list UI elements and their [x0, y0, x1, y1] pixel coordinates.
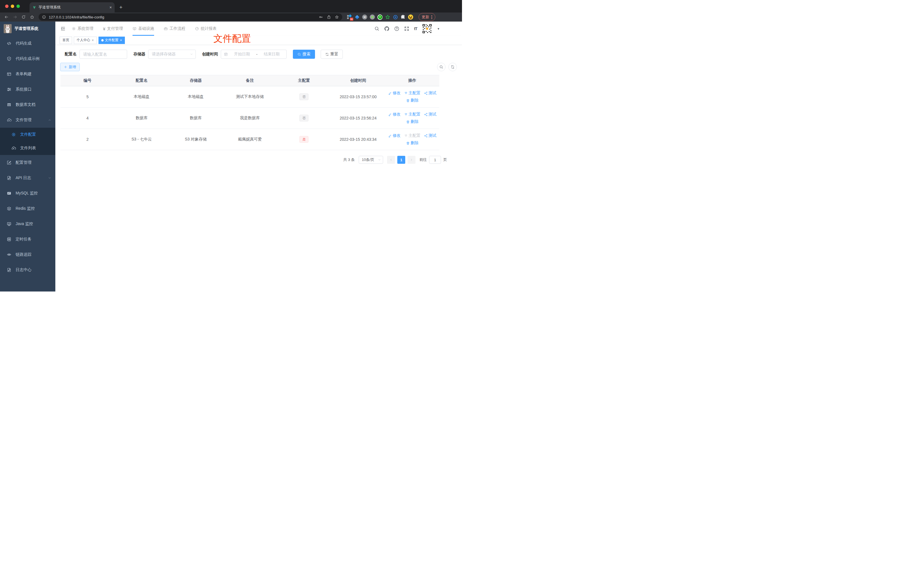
- toggle-search-button[interactable]: [437, 63, 446, 71]
- font-size-icon[interactable]: tT: [414, 26, 417, 31]
- pen-icon: [388, 134, 392, 138]
- maximize-window-button[interactable]: [16, 5, 20, 8]
- config-name-input[interactable]: [83, 52, 124, 56]
- bookmark-star-icon[interactable]: [335, 15, 339, 19]
- test-link[interactable]: 测试: [424, 133, 436, 138]
- trash-icon: [406, 99, 410, 102]
- back-button[interactable]: [3, 13, 10, 21]
- edit-link[interactable]: 修改: [388, 91, 401, 96]
- extension-y-icon[interactable]: Y: [378, 15, 383, 20]
- browser-tab[interactable]: 芋道管理系统 ×: [30, 2, 115, 13]
- sidebar-item-file-mgmt[interactable]: 文件管理: [0, 112, 55, 128]
- end-date-placeholder[interactable]: 结束日期: [260, 52, 284, 57]
- collapse-sidebar-icon[interactable]: [61, 26, 66, 31]
- next-page-button[interactable]: [408, 156, 416, 164]
- close-window-button[interactable]: [5, 5, 8, 8]
- extension-star-icon[interactable]: [385, 15, 390, 20]
- extension-grid-icon[interactable]: 11: [347, 15, 352, 20]
- minimize-window-button[interactable]: [11, 5, 14, 8]
- help-icon[interactable]: [394, 26, 399, 31]
- tag-home[interactable]: 首页: [59, 36, 72, 44]
- add-button[interactable]: 新增: [60, 63, 80, 71]
- table-header-row: 编号 配置名 存储器 备注 主配置 创建时间 操作: [61, 75, 439, 86]
- sidebar-item-redis-monitor[interactable]: Redis 监控: [0, 201, 55, 216]
- yen-icon: ¥: [103, 26, 105, 31]
- user-avatar[interactable]: [422, 23, 432, 34]
- fullscreen-icon[interactable]: [404, 26, 409, 31]
- search-icon[interactable]: [374, 26, 380, 31]
- sidebar-item-tracing[interactable]: 链路追踪: [0, 247, 55, 262]
- search-button[interactable]: 搜索: [293, 50, 315, 59]
- nav-payment-mgmt[interactable]: ¥ 支付管理: [103, 21, 123, 36]
- sidebar-item-form-builder[interactable]: 表单构建: [0, 66, 55, 82]
- tag-file-config[interactable]: 文件配置 ×: [99, 36, 125, 44]
- edit-link[interactable]: 修改: [388, 112, 401, 117]
- sidebar-item-file-list[interactable]: 文件列表: [0, 141, 55, 155]
- page-size-select[interactable]: 10条/页: [359, 156, 383, 164]
- extension-dot-icon[interactable]: [370, 15, 375, 20]
- sidebar-item-file-config[interactable]: 文件配置: [0, 128, 55, 141]
- profile-emoji-icon[interactable]: [408, 15, 413, 20]
- tab-close-icon[interactable]: ×: [109, 5, 112, 10]
- sidebar-item-config-mgmt[interactable]: 配置管理: [0, 155, 55, 170]
- start-date-placeholder[interactable]: 开始日期: [230, 52, 254, 57]
- sidebar-item-system-api[interactable]: 系统接口: [0, 82, 55, 97]
- home-button[interactable]: [28, 13, 36, 21]
- sidebar-item-code-gen[interactable]: 代码生成: [0, 36, 55, 51]
- cell-name: 数据库: [115, 116, 169, 121]
- url-text[interactable]: 127.0.0.1:1024/infra/file/file-config: [49, 15, 316, 19]
- set-master-link[interactable]: 主配置: [404, 112, 421, 117]
- delete-link[interactable]: 删除: [406, 140, 419, 145]
- forward-button[interactable]: [12, 13, 19, 21]
- refresh-table-button[interactable]: [449, 63, 457, 71]
- extension-kite-icon[interactable]: [355, 15, 360, 20]
- sidebar-item-db-doc[interactable]: 数据库文档: [0, 97, 55, 112]
- reset-button[interactable]: 重置: [321, 50, 343, 59]
- cell-id: 2: [61, 137, 115, 142]
- edit-link[interactable]: 修改: [388, 133, 401, 138]
- sidebar-item-cron-job[interactable]: 定时任务: [0, 231, 55, 247]
- test-link[interactable]: 测试: [424, 91, 436, 96]
- site-info-icon[interactable]: [42, 15, 46, 19]
- tags-view: 首页 个人中心 × 文件配置 ×: [55, 36, 462, 45]
- date-range-picker[interactable]: 开始日期 - 结束日期: [221, 50, 287, 59]
- extension-eye-icon[interactable]: [393, 15, 398, 20]
- sidebar-item-code-demo[interactable]: 代码生成示例: [0, 51, 55, 66]
- rabbit-logo-icon: [4, 24, 12, 33]
- code-icon: [7, 41, 12, 46]
- sidebar-item-mysql-monitor[interactable]: MySQL 监控: [0, 186, 55, 201]
- sidebar-item-java-monitor[interactable]: Java 监控: [0, 216, 55, 231]
- shield-check-icon: [7, 56, 12, 61]
- app-logo[interactable]: 芋道管理系统: [0, 21, 55, 36]
- test-link[interactable]: 测试: [424, 112, 436, 117]
- magnet-icon: [404, 91, 408, 95]
- new-tab-button[interactable]: +: [117, 3, 125, 12]
- github-icon[interactable]: [384, 26, 389, 31]
- avatar-caret-icon[interactable]: ▼: [437, 27, 440, 30]
- storage-select[interactable]: 请选择存储器: [148, 50, 196, 59]
- tag-profile[interactable]: 个人中心 ×: [74, 36, 97, 44]
- url-bar[interactable]: 127.0.0.1:1024/infra/file/file-config: [39, 13, 342, 21]
- sidebar-item-log-center[interactable]: 日志中心: [0, 262, 55, 277]
- page-number-button[interactable]: 1: [397, 156, 405, 164]
- prev-page-button[interactable]: [387, 156, 395, 164]
- goto-page-input[interactable]: [429, 156, 441, 164]
- nav-reports[interactable]: 统计报表: [195, 21, 216, 36]
- reload-button[interactable]: [20, 13, 27, 21]
- set-master-link[interactable]: 主配置: [404, 91, 421, 96]
- delete-link[interactable]: 删除: [406, 119, 419, 124]
- chrome-update-chip[interactable]: 更新: [419, 13, 435, 21]
- sidebar-item-api-log[interactable]: API 日志: [0, 170, 55, 186]
- share-icon[interactable]: [327, 15, 331, 19]
- tag-close-icon[interactable]: ×: [120, 38, 122, 42]
- extension-command-icon[interactable]: ⌘: [362, 15, 367, 20]
- delete-link[interactable]: 删除: [406, 98, 419, 103]
- nav-workflow[interactable]: 工作流程: [164, 21, 185, 36]
- nav-infrastructure[interactable]: 基础设施: [132, 21, 154, 36]
- nav-system-mgmt[interactable]: 系统管理: [72, 21, 93, 36]
- password-key-icon[interactable]: [319, 15, 323, 19]
- tag-close-icon[interactable]: ×: [92, 38, 94, 42]
- browser-menu-icon[interactable]: [431, 15, 432, 19]
- pagination: 共 3 条 10条/页 1 前往 页: [55, 156, 447, 164]
- extensions-puzzle-icon[interactable]: [401, 15, 406, 20]
